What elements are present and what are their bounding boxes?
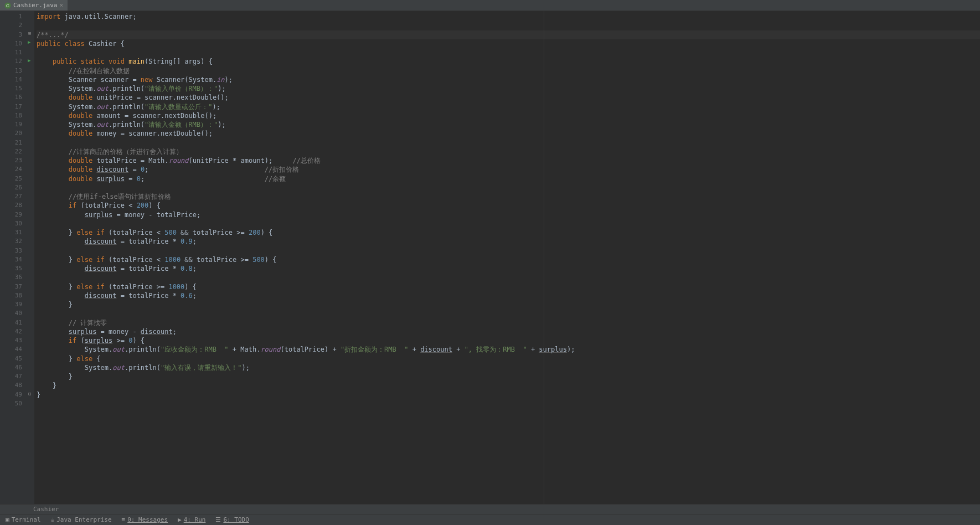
line-number: 35 [0, 264, 27, 273]
run-method-icon[interactable]: ▶ [28, 58, 30, 63]
line-number: 14 [0, 75, 27, 84]
keyword: import [37, 13, 60, 20]
editor[interactable]: 1231011121314151617181920212223242526272… [0, 11, 980, 504]
todo-icon: ☰ [215, 516, 221, 523]
line-number: 34 [0, 255, 27, 264]
line-number: 33 [0, 246, 27, 255]
line-number: 22 [0, 147, 27, 156]
fold-end-icon[interactable]: ⊟ [28, 391, 31, 397]
line-number: 39 [0, 300, 27, 309]
line-number: 23 [0, 156, 27, 165]
line-number: 3 [0, 30, 27, 39]
line-number: 38 [0, 291, 27, 300]
comment-folded[interactable]: /**...*/ [37, 31, 69, 39]
javaee-tool[interactable]: ☕Java Enterprise [51, 516, 112, 523]
line-number: 25 [0, 174, 27, 183]
run-tool[interactable]: ▶4: Run [178, 516, 205, 523]
line-number: 1 [0, 12, 27, 21]
line-number: 13 [0, 66, 27, 75]
line-number: 29 [0, 210, 27, 219]
line-number: 11 [0, 48, 27, 57]
line-number: 41 [0, 318, 27, 327]
line-number: 28 [0, 201, 27, 210]
right-margin-line [544, 11, 544, 504]
bottom-tool-bar: ▣Terminal ☕Java Enterprise ≡0: Messages … [0, 514, 980, 525]
comment: //在控制台输入数据 [37, 67, 130, 75]
code-area[interactable]: import java.util.Scanner; /**...*/ publi… [34, 11, 980, 504]
line-number: 37 [0, 282, 27, 291]
breadcrumb[interactable]: Cashier [0, 504, 980, 514]
keyword: public class [37, 40, 89, 48]
method-name: main [128, 58, 145, 65]
line-number: 12 [0, 57, 27, 66]
tab-bar: C Cashier.java × [0, 0, 980, 11]
code-text: { [117, 40, 125, 48]
run-icon: ▶ [178, 516, 182, 523]
line-number: 18 [0, 111, 27, 120]
line-number: 40 [0, 309, 27, 318]
line-number: 15 [0, 84, 27, 93]
code-text: java.util.Scanner; [60, 13, 136, 20]
line-number: 42 [0, 327, 27, 336]
line-number: 49 [0, 390, 27, 399]
terminal-tool[interactable]: ▣Terminal [6, 516, 41, 523]
comment: //使用if-else语句计算折扣价格 [37, 193, 171, 200]
marker-gutter: ▶ ⊞ ▶ ⊟ [27, 11, 34, 504]
line-number: 10 [0, 39, 27, 48]
comment: // 计算找零 [37, 319, 107, 327]
breadcrumb-item[interactable]: Cashier [33, 506, 59, 513]
terminal-icon: ▣ [6, 516, 9, 523]
line-number: 36 [0, 273, 27, 282]
line-number: 26 [0, 183, 27, 192]
line-number: 21 [0, 138, 27, 147]
run-class-icon[interactable]: ▶ [28, 39, 30, 45]
line-number: 20 [0, 129, 27, 138]
messages-tool[interactable]: ≡0: Messages [122, 516, 168, 523]
line-number: 50 [0, 399, 27, 408]
static-field: in [216, 76, 224, 84]
comment: //计算商品的价格（并进行舍入计算） [37, 148, 183, 156]
line-number: 32 [0, 237, 27, 246]
line-number: 43 [0, 336, 27, 345]
line-number: 19 [0, 120, 27, 129]
line-number: 2 [0, 21, 27, 30]
keyword: new [141, 76, 153, 84]
close-icon[interactable]: × [59, 2, 63, 9]
line-number: 47 [0, 372, 27, 381]
line-number-gutter: 1231011121314151617181920212223242526272… [0, 11, 27, 504]
line-number: 16 [0, 93, 27, 102]
line-number: 24 [0, 165, 27, 174]
line-number: 44 [0, 345, 27, 354]
line-number: 45 [0, 354, 27, 363]
line-number: 46 [0, 363, 27, 372]
tab-filename: Cashier.java [13, 2, 57, 9]
line-number: 30 [0, 219, 27, 228]
code-text: (String[] args) { [145, 58, 213, 65]
line-number: 31 [0, 228, 27, 237]
line-number: 48 [0, 381, 27, 390]
messages-icon: ≡ [122, 516, 126, 523]
line-number: 27 [0, 192, 27, 201]
java-class-icon: C [4, 2, 11, 9]
class-name: Cashier [89, 40, 117, 48]
keyword: public static void [53, 58, 128, 65]
javaee-icon: ☕ [51, 516, 55, 523]
file-tab[interactable]: C Cashier.java × [0, 0, 68, 11]
string: "请输入单价（RMB）：" [145, 85, 218, 92]
line-number: 17 [0, 102, 27, 111]
svg-text:C: C [6, 3, 9, 8]
fold-icon[interactable]: ⊞ [28, 30, 31, 36]
todo-tool[interactable]: ☰6: TODO [215, 516, 249, 523]
